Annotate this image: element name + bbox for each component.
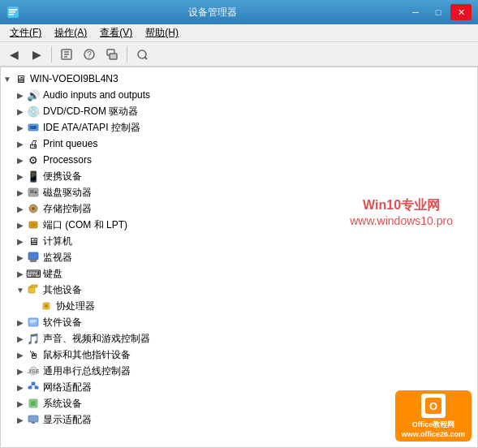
properties-button[interactable] (56, 45, 77, 64)
computer-icon: 🖥 (14, 72, 27, 85)
system-icon (27, 397, 40, 410)
svg-line-13 (144, 57, 147, 59)
root-label: WIN-VOEOI9BL4N3 (30, 73, 118, 84)
coprocessor-label: 协处理器 (56, 299, 95, 313)
system-expander[interactable]: ▶ (14, 397, 27, 410)
tree-item-dvd[interactable]: ▶ 💿 DVD/CD-ROM 驱动器 (1, 103, 477, 119)
office-badge-line2: www.office26.com (402, 430, 465, 438)
sound-expander[interactable]: ▶ (14, 332, 27, 345)
menu-help[interactable]: 帮助(H) (139, 24, 185, 41)
disk-label: 磁盘驱动器 (43, 186, 92, 200)
tree-item-computer[interactable]: ▶ 🖥 计算机 (1, 233, 477, 249)
minimize-button[interactable]: ─ (405, 4, 426, 20)
other-expander[interactable]: ▼ (14, 283, 27, 296)
svg-rect-1 (9, 9, 17, 11)
tree-item-mouse[interactable]: ▶ 🖱 鼠标和其他指针设备 (1, 347, 477, 363)
svg-marker-26 (28, 285, 37, 287)
port-icon (27, 218, 40, 231)
window-title: 设备管理器 (19, 6, 405, 19)
portable-expander[interactable]: ▶ (14, 170, 27, 183)
svg-rect-2 (9, 11, 15, 13)
storage-icon (27, 202, 40, 215)
disk-icon (27, 186, 40, 199)
system-label: 系统设备 (43, 397, 82, 411)
port-expander[interactable]: ▶ (14, 218, 27, 231)
refresh-button[interactable] (101, 45, 123, 64)
dvd-expander[interactable]: ▶ (14, 105, 27, 118)
maximize-button[interactable]: □ (428, 4, 449, 20)
proc-label: Processors (43, 154, 92, 166)
display-expander[interactable]: ▶ (14, 413, 27, 426)
proc-expander[interactable]: ▶ (14, 153, 27, 166)
svg-text:USB: USB (28, 368, 39, 375)
network-expander[interactable]: ▶ (14, 381, 27, 394)
tree-item-audio[interactable]: ▶ 🔊 Audio inputs and outputs (1, 87, 477, 103)
mouse-expander[interactable]: ▶ (14, 348, 27, 361)
tree-item-coprocessor[interactable]: ▶ 协处理器 (1, 298, 477, 314)
svg-rect-17 (30, 190, 34, 193)
port-label: 端口 (COM 和 LPT) (43, 218, 127, 232)
close-button[interactable]: ✕ (450, 4, 472, 20)
keyboard-icon: ⌨ (27, 267, 40, 280)
forward-button[interactable]: ▶ (26, 45, 47, 64)
network-label: 网络适配器 (43, 381, 92, 394)
tree-item-port[interactable]: ▶ 端口 (COM 和 LPT) (1, 217, 477, 233)
usb-expander[interactable]: ▶ (14, 364, 27, 377)
office-badge-line1: Office教程网 (412, 420, 455, 430)
usb-label: 通用串行总线控制器 (43, 364, 131, 378)
coprocessor-expander[interactable]: ▶ (27, 299, 40, 312)
svg-rect-23 (28, 252, 38, 260)
root-expander[interactable]: ▼ (1, 72, 14, 85)
svg-rect-41 (28, 416, 38, 422)
computer-tree-icon: 🖥 (27, 235, 40, 248)
menu-bar: 文件(F) 操作(A) 查看(V) 帮助(H) (0, 24, 478, 42)
back-button[interactable]: ◀ (3, 45, 24, 64)
dvd-icon: 💿 (27, 105, 40, 118)
tree-item-usb[interactable]: ▶ USB 通用串行总线控制器 (1, 363, 477, 379)
usb-icon: USB (27, 364, 40, 377)
audio-expander[interactable]: ▶ (14, 88, 27, 101)
svg-rect-15 (30, 126, 37, 129)
tree-item-ide[interactable]: ▶ IDE ATA/ATAPI 控制器 (1, 119, 477, 136)
tree-item-sound[interactable]: ▶ 🎵 声音、视频和游戏控制器 (1, 330, 477, 347)
svg-rect-34 (32, 382, 35, 385)
app-icon (6, 6, 19, 19)
svg-rect-36 (35, 386, 38, 389)
other-icon (27, 283, 40, 296)
keyboard-label: 键盘 (43, 267, 62, 281)
menu-file[interactable]: 文件(F) (3, 24, 48, 41)
monitor-expander[interactable]: ▶ (14, 251, 27, 264)
storage-expander[interactable]: ▶ (14, 202, 27, 215)
svg-rect-22 (31, 223, 36, 226)
print-expander[interactable]: ▶ (14, 137, 27, 150)
toolbar: ◀ ▶ ? (0, 42, 478, 67)
tree-item-monitor[interactable]: ▶ 监视器 (1, 249, 477, 265)
tree-item-portable[interactable]: ▶ 📱 便携设备 (1, 168, 477, 184)
software-expander[interactable]: ▶ (14, 316, 27, 329)
tree-item-software[interactable]: ▶ 软件设备 (1, 314, 477, 330)
svg-text:O: O (429, 400, 437, 412)
office-badge[interactable]: O Office教程网 www.office26.com (395, 390, 472, 442)
audio-icon: 🔊 (27, 88, 40, 101)
help-button[interactable]: ? (79, 45, 100, 64)
svg-point-18 (35, 192, 37, 194)
tree-item-other[interactable]: ▼ 其他设备 (1, 282, 477, 298)
coprocessor-icon (40, 299, 53, 312)
monitor-icon (27, 251, 40, 264)
software-icon (27, 316, 40, 329)
menu-action[interactable]: 操作(A) (48, 24, 93, 41)
tree-item-storage[interactable]: ▶ 存储控制器 (1, 200, 477, 217)
device-tree: ▼ 🖥 WIN-VOEOI9BL4N3 ▶ 🔊 Audio inputs and… (1, 67, 477, 431)
tree-item-print[interactable]: ▶ 🖨 Print queues (1, 136, 477, 152)
portable-label: 便携设备 (43, 170, 82, 183)
menu-view[interactable]: 查看(V) (93, 24, 139, 41)
computer-expander[interactable]: ▶ (14, 235, 27, 248)
tree-item-keyboard[interactable]: ▶ ⌨ 键盘 (1, 265, 477, 282)
toolbar-separator-2 (127, 46, 127, 62)
tree-root[interactable]: ▼ 🖥 WIN-VOEOI9BL4N3 (1, 71, 477, 87)
tree-item-proc[interactable]: ▶ ⚙ Processors (1, 152, 477, 168)
tree-item-disk[interactable]: ▶ 磁盘驱动器 (1, 184, 477, 200)
disk-expander[interactable]: ▶ (14, 186, 27, 199)
scan-button[interactable] (131, 45, 153, 64)
ide-expander[interactable]: ▶ (14, 121, 27, 134)
